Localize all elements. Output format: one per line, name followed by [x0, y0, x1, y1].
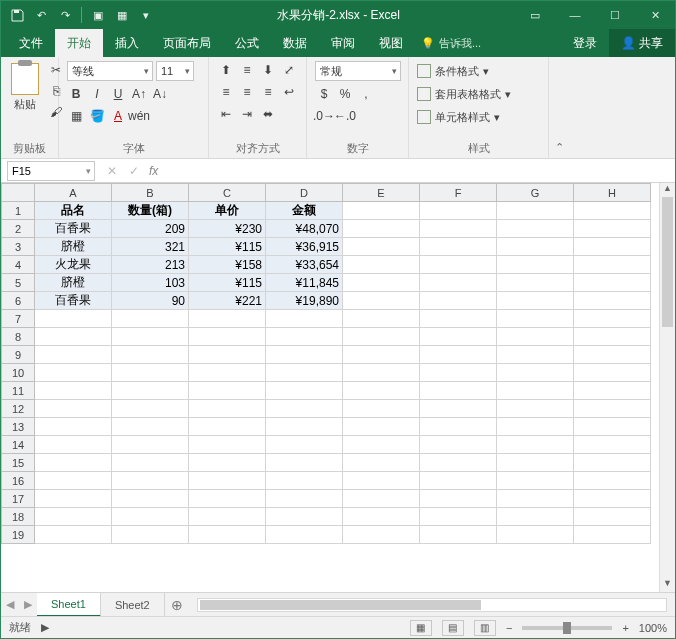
cell-C5[interactable]: ¥115 — [189, 274, 266, 292]
grid[interactable]: ABCDEFGH1品名数量(箱)单价金额2百香果209¥230¥48,0703脐… — [1, 183, 659, 592]
sheet-tab-1[interactable]: Sheet1 — [37, 593, 101, 617]
cell-D16[interactable] — [266, 472, 343, 490]
tab-data[interactable]: 数据 — [271, 29, 319, 57]
cell-F6[interactable] — [420, 292, 497, 310]
cell-F4[interactable] — [420, 256, 497, 274]
bold-icon[interactable]: B — [67, 85, 85, 103]
maximize-icon[interactable]: ☐ — [595, 1, 635, 29]
cell-G7[interactable] — [497, 310, 574, 328]
cell-F17[interactable] — [420, 490, 497, 508]
cell-B10[interactable] — [112, 364, 189, 382]
row-header-5[interactable]: 5 — [2, 274, 35, 292]
cell-D18[interactable] — [266, 508, 343, 526]
cell-G14[interactable] — [497, 436, 574, 454]
cell-A12[interactable] — [35, 400, 112, 418]
cell-D6[interactable]: ¥19,890 — [266, 292, 343, 310]
cell-G11[interactable] — [497, 382, 574, 400]
cell-G19[interactable] — [497, 526, 574, 544]
cell-F7[interactable] — [420, 310, 497, 328]
row-header-2[interactable]: 2 — [2, 220, 35, 238]
cell-E15[interactable] — [343, 454, 420, 472]
cell-G8[interactable] — [497, 328, 574, 346]
cell-G16[interactable] — [497, 472, 574, 490]
accept-fx-icon[interactable]: ✓ — [123, 164, 145, 178]
row-header-19[interactable]: 19 — [2, 526, 35, 544]
conditional-format-button[interactable]: 条件格式 ▾ — [417, 61, 489, 81]
cell-F5[interactable] — [420, 274, 497, 292]
cell-A3[interactable]: 脐橙 — [35, 238, 112, 256]
cell-D10[interactable] — [266, 364, 343, 382]
cell-E13[interactable] — [343, 418, 420, 436]
cell-B6[interactable]: 90 — [112, 292, 189, 310]
cell-B5[interactable]: 103 — [112, 274, 189, 292]
row-header-15[interactable]: 15 — [2, 454, 35, 472]
shrink-font-icon[interactable]: A↓ — [151, 85, 169, 103]
cell-F16[interactable] — [420, 472, 497, 490]
cell-G2[interactable] — [497, 220, 574, 238]
login-button[interactable]: 登录 — [561, 29, 609, 57]
cell-D5[interactable]: ¥11,845 — [266, 274, 343, 292]
cell-B4[interactable]: 213 — [112, 256, 189, 274]
name-box[interactable]: F15 — [7, 161, 95, 181]
cell-B12[interactable] — [112, 400, 189, 418]
cell-H10[interactable] — [574, 364, 651, 382]
cell-B13[interactable] — [112, 418, 189, 436]
sheet-nav-next-icon[interactable]: ▶ — [19, 598, 37, 611]
font-size-combo[interactable]: 11 — [156, 61, 194, 81]
cell-E7[interactable] — [343, 310, 420, 328]
underline-icon[interactable]: U — [109, 85, 127, 103]
cell-H6[interactable] — [574, 292, 651, 310]
grow-font-icon[interactable]: A↑ — [130, 85, 148, 103]
cell-E9[interactable] — [343, 346, 420, 364]
cell-C13[interactable] — [189, 418, 266, 436]
row-header-11[interactable]: 11 — [2, 382, 35, 400]
cell-E8[interactable] — [343, 328, 420, 346]
ribbon-display-icon[interactable]: ▭ — [515, 1, 555, 29]
tab-view[interactable]: 视图 — [367, 29, 415, 57]
cell-E16[interactable] — [343, 472, 420, 490]
cell-C14[interactable] — [189, 436, 266, 454]
cell-B1[interactable]: 数量(箱) — [112, 202, 189, 220]
cell-B7[interactable] — [112, 310, 189, 328]
cell-D7[interactable] — [266, 310, 343, 328]
decrease-indent-icon[interactable]: ⇤ — [217, 105, 235, 123]
cell-E5[interactable] — [343, 274, 420, 292]
align-left-icon[interactable]: ≡ — [217, 83, 235, 101]
cell-C7[interactable] — [189, 310, 266, 328]
merge-icon[interactable]: ⬌ — [259, 105, 277, 123]
cell-A7[interactable] — [35, 310, 112, 328]
cell-B18[interactable] — [112, 508, 189, 526]
cell-H12[interactable] — [574, 400, 651, 418]
cell-H8[interactable] — [574, 328, 651, 346]
cell-G6[interactable] — [497, 292, 574, 310]
cell-C4[interactable]: ¥158 — [189, 256, 266, 274]
format-table-button[interactable]: 套用表格格式 ▾ — [417, 84, 511, 104]
scroll-up-icon[interactable]: ▲ — [660, 183, 675, 197]
cell-A9[interactable] — [35, 346, 112, 364]
table-icon[interactable]: ▦ — [112, 5, 132, 25]
sheet-tab-2[interactable]: Sheet2 — [101, 593, 165, 617]
row-header-10[interactable]: 10 — [2, 364, 35, 382]
cell-C6[interactable]: ¥221 — [189, 292, 266, 310]
cell-E14[interactable] — [343, 436, 420, 454]
cell-B19[interactable] — [112, 526, 189, 544]
col-header-C[interactable]: C — [189, 184, 266, 202]
col-header-H[interactable]: H — [574, 184, 651, 202]
cell-A8[interactable] — [35, 328, 112, 346]
cell-H16[interactable] — [574, 472, 651, 490]
cell-F2[interactable] — [420, 220, 497, 238]
cell-A5[interactable]: 脐橙 — [35, 274, 112, 292]
row-header-7[interactable]: 7 — [2, 310, 35, 328]
row-header-4[interactable]: 4 — [2, 256, 35, 274]
cell-A15[interactable] — [35, 454, 112, 472]
sheet-nav-prev-icon[interactable]: ◀ — [1, 598, 19, 611]
zoom-out-icon[interactable]: − — [506, 622, 512, 634]
tab-formula[interactable]: 公式 — [223, 29, 271, 57]
cell-G18[interactable] — [497, 508, 574, 526]
col-header-E[interactable]: E — [343, 184, 420, 202]
cell-A17[interactable] — [35, 490, 112, 508]
cell-H17[interactable] — [574, 490, 651, 508]
cell-B2[interactable]: 209 — [112, 220, 189, 238]
cell-A16[interactable] — [35, 472, 112, 490]
cell-E4[interactable] — [343, 256, 420, 274]
